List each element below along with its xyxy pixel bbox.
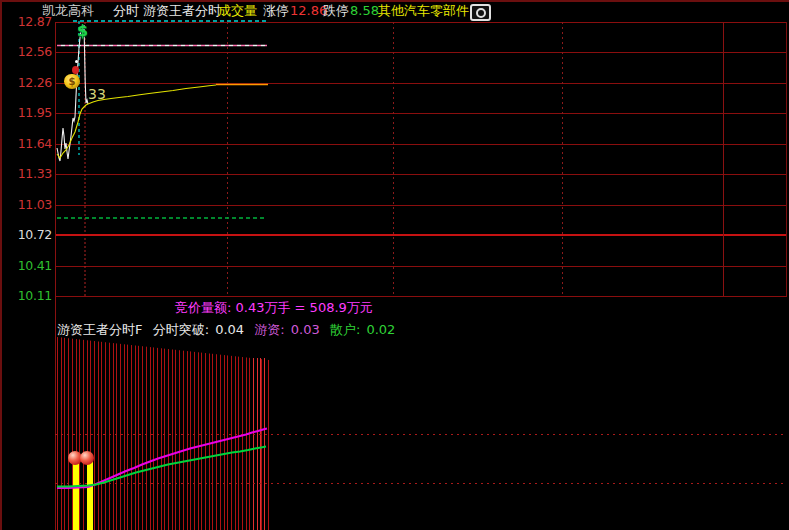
industry-link[interactable]: 其他汽车零部件	[378, 2, 469, 19]
indicator-dotted-line-lower	[55, 483, 787, 484]
tab-indicator[interactable]: 游资王者分时	[143, 2, 221, 19]
bag-value-label: 33	[88, 86, 106, 102]
prev-close-line	[55, 234, 787, 236]
sanhu-label: 散户:	[330, 322, 360, 337]
axis-tick: 12.87	[4, 15, 52, 29]
money-bag-icon: $	[62, 58, 84, 98]
tab-fenshi[interactable]: 分时	[113, 2, 139, 19]
limit-up-label: 涨停	[263, 2, 289, 19]
limit-down-value: 8.58	[350, 2, 379, 19]
breakout-value: 0.04	[215, 322, 244, 337]
limit-down-label: 跌停	[323, 2, 349, 19]
breakout-label: 分时突破:	[153, 322, 209, 337]
header-bar: 凯龙高科 分时 游资王者分时 成交量 涨停 12.86 跌停 8.58 其他汽车…	[0, 2, 789, 20]
axis-tick: 12.56	[4, 45, 52, 59]
money-bag-sparkle	[75, 60, 78, 63]
indicator-panel-header: 游资王者分时F 分时突破: 0.04 游资: 0.03 散户: 0.02	[57, 321, 401, 339]
axis-tick: 11.64	[4, 137, 52, 151]
auction-volume-text: 竞价量额: 0.43万手 = 508.9万元	[175, 299, 373, 317]
sanhu-value: 0.02	[366, 322, 395, 337]
chart-right-border	[786, 22, 787, 296]
tab-volume[interactable]: 成交量	[218, 2, 257, 19]
red-ball-icon	[80, 451, 94, 465]
indicator-title[interactable]: 游资王者分时F	[57, 322, 142, 337]
axis-tick: 12.26	[4, 76, 52, 90]
window-left-border	[0, 0, 2, 530]
axis-tick: 11.95	[4, 106, 52, 120]
money-bag-body: $	[64, 74, 80, 89]
yellow-signal-bar	[87, 455, 93, 530]
axis-tick: 10.11	[4, 289, 52, 303]
indicator-bar-stub	[61, 503, 62, 530]
youzi-label: 游资:	[254, 322, 284, 337]
camera-icon[interactable]	[470, 4, 491, 21]
indicator-histogram-bars-bright	[253, 358, 268, 530]
axis-tick: 10.41	[4, 259, 52, 273]
yellow-signal-bar	[73, 455, 79, 530]
camera-lens-icon	[476, 8, 486, 18]
chart-left-border	[55, 22, 56, 530]
indicator-dotted-line-upper	[55, 434, 787, 435]
youzi-value: 0.03	[291, 322, 320, 337]
money-bag-knot	[72, 66, 79, 74]
dollar-sign-marker: $	[77, 21, 88, 40]
trading-app-window: 凯龙高科 分时 游资王者分时 成交量 涨停 12.86 跌停 8.58 其他汽车…	[0, 0, 789, 530]
axis-tick: 11.33	[4, 167, 52, 181]
axis-tick-prev-close: 10.72	[4, 228, 52, 242]
limit-up-value: 12.86	[290, 2, 327, 19]
axis-tick: 11.03	[4, 198, 52, 212]
